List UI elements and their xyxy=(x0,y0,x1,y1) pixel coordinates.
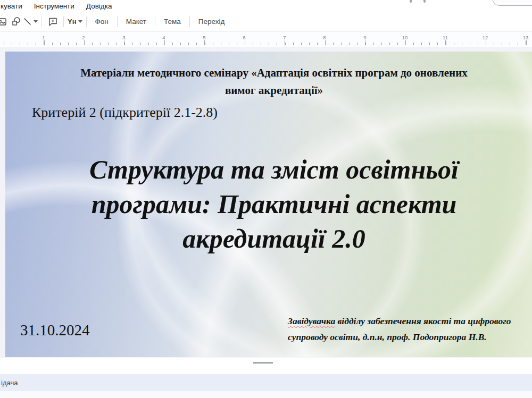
ruler-number: 13 xyxy=(520,35,531,40)
toolbar-divider xyxy=(189,16,190,27)
slideshow-button-fragment[interactable] xyxy=(492,0,532,6)
toolbar-divider xyxy=(86,16,87,27)
menu-items: кувати Інструменти Довідка xyxy=(0,0,112,12)
spellcheck-underlined-word: Завідувачка xyxy=(288,316,335,326)
ruler-number: 3 xyxy=(119,35,129,40)
insert-line-icon[interactable] xyxy=(23,14,38,29)
font-tool-label: Yн xyxy=(68,18,77,26)
cutoff-icon-fragment xyxy=(410,0,412,3)
menu-item-help[interactable]: Довідка xyxy=(86,2,112,10)
bottom-strip xyxy=(0,391,532,398)
ruler-number: 6 xyxy=(239,35,250,40)
notes-resize-handle[interactable] xyxy=(253,362,273,363)
ruler-number: 7 xyxy=(279,35,290,40)
criterion-textbox[interactable]: Критерій 2 (підкритерії 2.1-2.8) xyxy=(32,105,218,121)
slide-header-textbox[interactable]: Матеріали методичного семінару «Адаптаці… xyxy=(5,64,532,99)
title-line-3: акредитації 2.0 xyxy=(5,222,532,256)
menu-bar: кувати Інструменти Довідка xyxy=(0,0,532,12)
insert-shape-icon[interactable] xyxy=(9,14,23,29)
ruler-number: 9 xyxy=(360,35,370,40)
insert-image-icon[interactable] xyxy=(0,14,9,29)
ruler-tick-marks xyxy=(0,40,532,45)
transition-button[interactable]: Перехід xyxy=(194,15,230,28)
menu-item-arrange-fragment[interactable]: кувати xyxy=(1,2,22,10)
background-button[interactable]: Фон xyxy=(90,15,113,28)
ruler-number: 1 xyxy=(38,35,49,40)
toolbar-divider xyxy=(117,16,118,27)
ruler-number: 8 xyxy=(319,35,330,40)
author-textbox[interactable]: Завідувачка відділу забезпечення якості … xyxy=(288,313,527,345)
theme-button[interactable]: Тема xyxy=(159,15,186,28)
speaker-notes-label-fragment: ідача xyxy=(0,379,18,387)
slide-canvas: Матеріали методичного семінару «Адаптаці… xyxy=(0,47,532,374)
slide-title-textbox[interactable]: Структура та зміст освітньої програми: П… xyxy=(5,153,532,256)
author-line-1: Завідувачка відділу забезпечення якості … xyxy=(288,313,527,329)
ruler-number: 10 xyxy=(400,35,410,40)
speaker-notes-bar[interactable]: ідача xyxy=(0,374,532,391)
author-line-1-rest: відділу забезпечення якості та цифрового xyxy=(335,316,511,326)
toolbar-divider xyxy=(155,16,155,27)
date-textbox[interactable]: 31.10.2024 xyxy=(20,321,90,339)
ruler-number: 2 xyxy=(78,35,89,40)
author-line-2: супроводу освіти, д.п.н, проф. Подоприго… xyxy=(288,329,527,345)
chevron-down-icon xyxy=(34,20,38,23)
toolbar-divider xyxy=(63,16,64,27)
toolbar-divider xyxy=(41,16,42,27)
cutoff-icon-fragment xyxy=(423,0,426,3)
horizontal-ruler: 1 2 3 4 5 6 7 8 9 10 11 12 13 xyxy=(0,31,532,47)
title-line-2: програми: Практичні аспекти xyxy=(5,187,532,222)
ruler-number: 12 xyxy=(480,35,491,40)
ruler-number: 5 xyxy=(199,35,210,40)
menu-item-tools[interactable]: Інструменти xyxy=(34,2,74,10)
add-comment-icon[interactable] xyxy=(46,14,60,29)
header-line-2: вимог акредитації» xyxy=(5,82,532,99)
header-line-1: Матеріали методичного семінару «Адаптаці… xyxy=(5,64,532,82)
font-tool-button[interactable]: Yн xyxy=(68,14,82,29)
ruler-number: 4 xyxy=(159,35,169,40)
toolbar: Yн Фон Макет Тема Перехід xyxy=(0,12,532,31)
ruler-number: 11 xyxy=(440,35,451,40)
chevron-down-icon xyxy=(78,20,82,23)
layout-button[interactable]: Макет xyxy=(121,15,151,28)
slide[interactable]: Матеріали методичного семінару «Адаптаці… xyxy=(5,52,532,357)
title-line-1: Структура та зміст освітньої xyxy=(5,153,532,187)
